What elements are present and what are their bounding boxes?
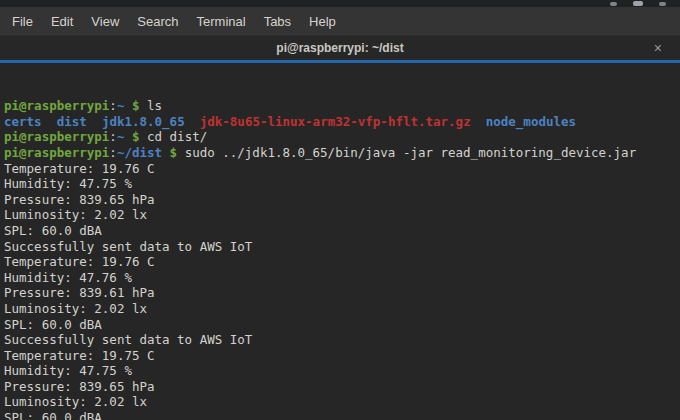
terminal-line: SPL: 60.0 dBA: [4, 410, 680, 420]
terminal-line: Temperature: 19.76 C: [4, 254, 680, 270]
menu-item-help[interactable]: Help: [300, 10, 345, 33]
terminal-line: Pressure: 839.61 hPa: [4, 285, 680, 301]
terminal-line: Humidity: 47.76 %: [4, 270, 680, 286]
tab-bar: pi@raspberrypi: ~/dist ×: [0, 36, 680, 63]
terminal-line: Luminosity: 2.02 lx: [4, 394, 680, 410]
terminal-line: Humidity: 47.75 %: [4, 363, 680, 379]
terminal-window: FileEditViewSearchTerminalTabsHelp pi@ra…: [0, 0, 680, 417]
tab-title[interactable]: pi@raspberrypi: ~/dist: [276, 41, 403, 55]
terminal-line: Luminosity: 2.02 lx: [4, 301, 680, 317]
systray-icon-fragment: [633, 1, 643, 6]
terminal-line: Temperature: 19.75 C: [4, 348, 680, 364]
terminal-line: Pressure: 839.65 hPa: [4, 192, 680, 208]
menu-item-file[interactable]: File: [3, 10, 42, 33]
terminal-line: SPL: 60.0 dBA: [4, 223, 680, 239]
terminal-line: certs dist jdk1.8.0_65 jdk-8u65-linux-ar…: [4, 114, 680, 130]
systray-icon-fragment: [659, 2, 666, 6]
terminal-line: Successfully sent data to AWS IoT: [4, 332, 680, 348]
menu-item-terminal[interactable]: Terminal: [188, 10, 255, 33]
close-icon[interactable]: ×: [654, 41, 662, 55]
terminal-line: Pressure: 839.65 hPa: [4, 379, 680, 395]
terminal-line: Temperature: 19.76 C: [4, 161, 680, 177]
menu-item-edit[interactable]: Edit: [42, 10, 82, 33]
menu-item-search[interactable]: Search: [128, 10, 187, 33]
systray-icon-fragment: [610, 2, 617, 6]
terminal-line: Humidity: 47.75 %: [4, 176, 680, 192]
menu-item-view[interactable]: View: [82, 10, 128, 33]
terminal-screen[interactable]: pi@raspberrypi:~ $ lscerts dist jdk1.8.0…: [0, 63, 680, 417]
terminal-line: pi@raspberrypi:~ $ ls: [4, 98, 680, 114]
terminal-line: Successfully sent data to AWS IoT: [4, 239, 680, 255]
terminal-line: Luminosity: 2.02 lx: [4, 207, 680, 223]
terminal-line: SPL: 60.0 dBA: [4, 317, 680, 333]
terminal-output: pi@raspberrypi:~ $ lscerts dist jdk1.8.0…: [4, 98, 680, 420]
desktop-top-strip: [0, 0, 680, 7]
terminal-line: pi@raspberrypi:~ $ cd dist/: [4, 129, 680, 145]
menu-item-tabs[interactable]: Tabs: [255, 10, 300, 33]
terminal-line: pi@raspberrypi:~/dist $ sudo ../jdk1.8.0…: [4, 145, 680, 161]
menu-bar: FileEditViewSearchTerminalTabsHelp: [0, 7, 680, 36]
